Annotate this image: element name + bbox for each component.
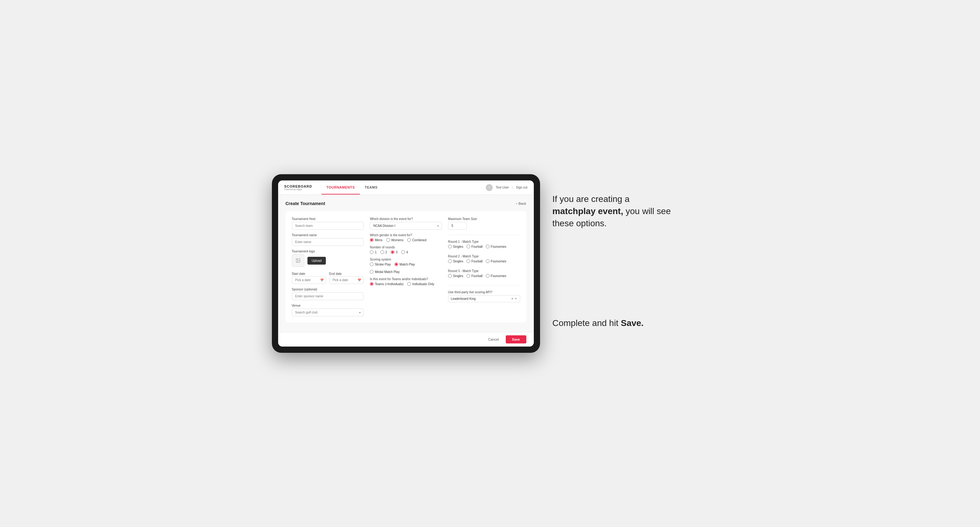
tournament-host-input[interactable] (292, 222, 364, 230)
rounds-1-option[interactable]: 1 (370, 250, 377, 254)
venue-dropdown-icon: ▼ (359, 311, 361, 314)
logo-title: SCOREBOARD (284, 185, 312, 188)
round1-foursomes-label: Foursomes (491, 245, 506, 248)
main-content: Create Tournament ‹ Back Tournament Host (278, 195, 534, 332)
round1-foursomes-radio[interactable] (486, 244, 490, 248)
round3-fourball-option[interactable]: Fourball (466, 274, 483, 278)
round3-foursomes-radio[interactable] (486, 274, 490, 278)
rounds-group: Number of rounds 1 2 (370, 246, 442, 254)
round2-title: Round 2 - Match Type (448, 255, 520, 258)
rounds-4-label: 4 (406, 251, 408, 254)
round1-singles-radio[interactable] (448, 244, 452, 248)
api-select[interactable]: Leaderboard King ✕ ▼ (448, 295, 520, 302)
gender-mens-radio[interactable] (370, 238, 374, 242)
end-date-input[interactable] (329, 276, 364, 284)
tournament-name-group: Tournament name (292, 233, 364, 246)
sponsor-input[interactable] (292, 292, 364, 300)
event-individuals-radio[interactable] (407, 282, 411, 286)
scoring-medal-option[interactable]: Medal Match Play (370, 270, 399, 274)
start-date-label: Start date (292, 272, 305, 276)
rounds-1-radio[interactable] (370, 250, 374, 254)
scoring-match-radio[interactable] (395, 262, 398, 266)
gender-mens-option[interactable]: Mens (370, 238, 382, 242)
round1-singles-option[interactable]: Singles (448, 244, 463, 248)
scoring-medal-label: Medal Match Play (375, 270, 399, 274)
tournament-logo-label: Tournament logo (292, 250, 364, 253)
upload-button[interactable]: Upload (307, 257, 326, 265)
gender-womens-option[interactable]: Womens (386, 238, 404, 242)
event-individuals-option[interactable]: Individuals Only (407, 282, 434, 286)
round3-foursomes-label: Foursomes (491, 274, 506, 278)
scoring-radio-group: Stroke Play Match Play Medal Match Play (370, 262, 442, 274)
tournament-host-group: Tournament Host (292, 217, 364, 230)
round1-fourball-label: Fourball (471, 245, 483, 248)
scoring-stroke-radio[interactable] (370, 262, 374, 266)
round1-fourball-radio[interactable] (466, 244, 470, 248)
event-teams-radio[interactable] (370, 282, 374, 286)
event-individuals-label: Individuals Only (412, 283, 434, 286)
scoring-medal-radio[interactable] (370, 270, 374, 274)
round2-fourball-radio[interactable] (466, 259, 470, 263)
tab-teams[interactable]: TEAMS (360, 181, 383, 194)
scoring-group: Scoring system Stroke Play Match Play (370, 258, 442, 274)
round2-foursomes-option[interactable]: Foursomes (486, 259, 506, 263)
gender-womens-radio[interactable] (386, 238, 390, 242)
cancel-button[interactable]: Cancel (485, 335, 503, 343)
round3-singles-radio[interactable] (448, 274, 452, 278)
round1-foursomes-option[interactable]: Foursomes (486, 244, 506, 248)
rounds-4-option[interactable]: 4 (401, 250, 408, 254)
tournament-name-input[interactable] (292, 238, 364, 246)
tab-tournaments[interactable]: TOURNAMENTS (321, 181, 360, 194)
divider-1 (448, 235, 520, 235)
scoring-stroke-label: Stroke Play (375, 263, 391, 266)
round3-singles-label: Singles (453, 274, 463, 278)
divider-2 (448, 285, 520, 286)
round1-section: Round 1 - Match Type Singles Fourball (448, 240, 520, 248)
rounds-4-radio[interactable] (401, 250, 405, 254)
round2-foursomes-radio[interactable] (486, 259, 490, 263)
rounds-3-option[interactable]: 3 (391, 250, 398, 254)
rounds-2-option[interactable]: 2 (380, 250, 387, 254)
max-team-size-input[interactable] (448, 222, 467, 230)
round2-singles-radio[interactable] (448, 259, 452, 263)
division-select[interactable]: NCAA Division I NCAA Division II NCAA Di… (370, 222, 442, 230)
round2-options: Singles Fourball Foursomes (448, 259, 520, 263)
save-button[interactable]: Save (506, 335, 526, 343)
rounds-2-radio[interactable] (380, 250, 384, 254)
round2-fourball-option[interactable]: Fourball (466, 259, 483, 263)
rounds-2-label: 2 (385, 251, 387, 254)
left-column: Tournament Host Tournament name Tourname… (292, 217, 364, 316)
round3-singles-option[interactable]: Singles (448, 274, 463, 278)
logo-sub: Powered by clippit (284, 188, 312, 190)
nav-right: T Test User | Sign out (486, 184, 528, 191)
venue-input[interactable] (292, 308, 364, 316)
round1-fourball-option[interactable]: Fourball (466, 244, 483, 248)
tournament-host-label: Tournament Host (292, 217, 364, 221)
event-type-label: Is this event for Teams and/or Individua… (370, 277, 442, 281)
start-date-wrapper: 📅 (292, 276, 326, 284)
gender-combined-option[interactable]: Combined (407, 238, 426, 242)
rounds-3-radio[interactable] (391, 250, 395, 254)
round2-singles-label: Singles (453, 260, 463, 263)
logo-upload-area: Upload (292, 254, 364, 267)
venue-wrapper: ▼ (292, 308, 364, 316)
annotation-top-bold: matchplay event, (552, 206, 623, 216)
event-teams-option[interactable]: Teams (+Individuals) (370, 282, 404, 286)
scoring-stroke-option[interactable]: Stroke Play (370, 262, 391, 266)
sign-out-link[interactable]: Sign out (516, 186, 528, 189)
api-close-icon[interactable]: ✕ (511, 297, 514, 300)
gender-label: Which gender is the event for? (370, 233, 442, 237)
scoring-match-option[interactable]: Match Play (395, 262, 415, 266)
start-date-input[interactable] (292, 276, 326, 284)
venue-label: Venue (292, 304, 364, 307)
division-label: Which division is the event for? (370, 217, 442, 221)
logo: SCOREBOARD Powered by clippit (284, 185, 312, 190)
logo-placeholder (292, 254, 304, 267)
round2-singles-option[interactable]: Singles (448, 259, 463, 263)
gender-combined-radio[interactable] (407, 238, 411, 242)
rounds-label: Number of rounds (370, 246, 442, 249)
form-footer: Cancel Save (278, 332, 534, 346)
round3-fourball-radio[interactable] (466, 274, 470, 278)
back-button[interactable]: ‹ Back (516, 202, 526, 205)
round3-foursomes-option[interactable]: Foursomes (486, 274, 506, 278)
